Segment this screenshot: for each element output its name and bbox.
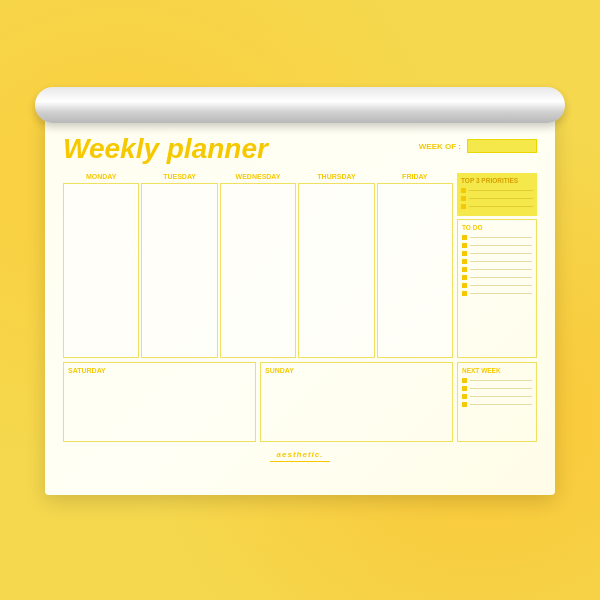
footer-divider <box>270 461 330 462</box>
next-week-item-1 <box>462 378 532 383</box>
todo-item-3 <box>462 251 532 256</box>
todo-line-1 <box>470 237 532 238</box>
priorities-box: TOP 3 PRIORITIES <box>457 173 537 216</box>
weekly-planner-container: Weekly planner WEEK OF : MONDAY TUESDAY … <box>45 105 555 495</box>
sunday-label: SUNDAY <box>265 367 448 374</box>
priority-bullet-2 <box>461 196 466 201</box>
paper: Weekly planner WEEK OF : MONDAY TUESDAY … <box>45 115 555 495</box>
todo-line-6 <box>470 277 532 278</box>
todo-bullet-4 <box>462 259 467 264</box>
todo-bullet-5 <box>462 267 467 272</box>
wednesday-box[interactable] <box>220 183 296 358</box>
todo-bullet-1 <box>462 235 467 240</box>
paper-roller <box>35 87 565 123</box>
thursday-box[interactable] <box>298 183 374 358</box>
next-week-item-2 <box>462 386 532 391</box>
week-of-label: WEEK OF : <box>419 142 461 151</box>
main-grid: MONDAY TUESDAY WEDNESDAY THURSDAY FRIDAY <box>63 173 537 358</box>
next-week-item-4 <box>462 402 532 407</box>
week-of-section: WEEK OF : <box>419 139 537 153</box>
todo-item-4 <box>462 259 532 264</box>
weekdays-section: MONDAY TUESDAY WEDNESDAY THURSDAY FRIDAY <box>63 173 453 358</box>
sunday-col[interactable]: SUNDAY <box>260 362 453 442</box>
priority-item-1 <box>461 188 533 193</box>
priorities-label: TOP 3 PRIORITIES <box>461 177 533 184</box>
next-week-box: NEXT WEEK <box>457 362 537 442</box>
priority-line-2 <box>469 198 533 199</box>
thursday-header: THURSDAY <box>298 173 374 180</box>
priority-bullet-3 <box>461 204 466 209</box>
page-title: Weekly planner <box>63 135 268 163</box>
next-week-bullet-1 <box>462 378 467 383</box>
todo-bullet-7 <box>462 283 467 288</box>
paper-header: Weekly planner WEEK OF : <box>63 135 537 163</box>
next-week-label: NEXT WEEK <box>462 367 532 374</box>
todo-line-5 <box>470 269 532 270</box>
brand-name: aesthetic. <box>63 448 537 459</box>
todo-bullet-6 <box>462 275 467 280</box>
todo-line-2 <box>470 245 532 246</box>
todo-bullet-8 <box>462 291 467 296</box>
todo-item-2 <box>462 243 532 248</box>
priority-item-2 <box>461 196 533 201</box>
next-week-line-4 <box>470 404 532 405</box>
next-week-bullet-4 <box>462 402 467 407</box>
footer: aesthetic. <box>63 448 537 462</box>
todo-bullet-3 <box>462 251 467 256</box>
priority-line-1 <box>469 190 533 191</box>
wednesday-header: WEDNESDAY <box>220 173 296 180</box>
monday-box[interactable] <box>63 183 139 358</box>
next-week-item-3 <box>462 394 532 399</box>
brand-text: aesthetic. <box>277 450 324 459</box>
todo-item-6 <box>462 275 532 280</box>
bottom-grid: SATURDAY SUNDAY NEXT WEEK <box>63 362 537 442</box>
todo-item-1 <box>462 235 532 240</box>
tuesday-header: TUESDAY <box>141 173 217 180</box>
todo-box: TO DO <box>457 219 537 358</box>
todo-line-4 <box>470 261 532 262</box>
wednesday-col: WEDNESDAY <box>220 173 296 358</box>
todo-item-5 <box>462 267 532 272</box>
monday-header: MONDAY <box>63 173 139 180</box>
tuesday-col: TUESDAY <box>141 173 217 358</box>
thursday-col: THURSDAY <box>298 173 374 358</box>
next-week-bullet-3 <box>462 394 467 399</box>
next-week-line-1 <box>470 380 532 381</box>
todo-item-7 <box>462 283 532 288</box>
todo-line-7 <box>470 285 532 286</box>
friday-box[interactable] <box>377 183 453 358</box>
priority-item-3 <box>461 204 533 209</box>
priority-line-3 <box>469 206 533 207</box>
todo-label: TO DO <box>462 224 532 231</box>
week-of-input[interactable] <box>467 139 537 153</box>
saturday-col[interactable]: SATURDAY <box>63 362 256 442</box>
monday-col: MONDAY <box>63 173 139 358</box>
next-week-line-2 <box>470 388 532 389</box>
todo-bullet-2 <box>462 243 467 248</box>
friday-col: FRIDAY <box>377 173 453 358</box>
todo-line-8 <box>470 293 532 294</box>
next-week-bullet-2 <box>462 386 467 391</box>
right-panel: TOP 3 PRIORITIES TO DO <box>457 173 537 358</box>
saturday-label: SATURDAY <box>68 367 251 374</box>
tuesday-box[interactable] <box>141 183 217 358</box>
friday-header: FRIDAY <box>377 173 453 180</box>
todo-line-3 <box>470 253 532 254</box>
next-week-line-3 <box>470 396 532 397</box>
todo-item-8 <box>462 291 532 296</box>
priority-bullet-1 <box>461 188 466 193</box>
